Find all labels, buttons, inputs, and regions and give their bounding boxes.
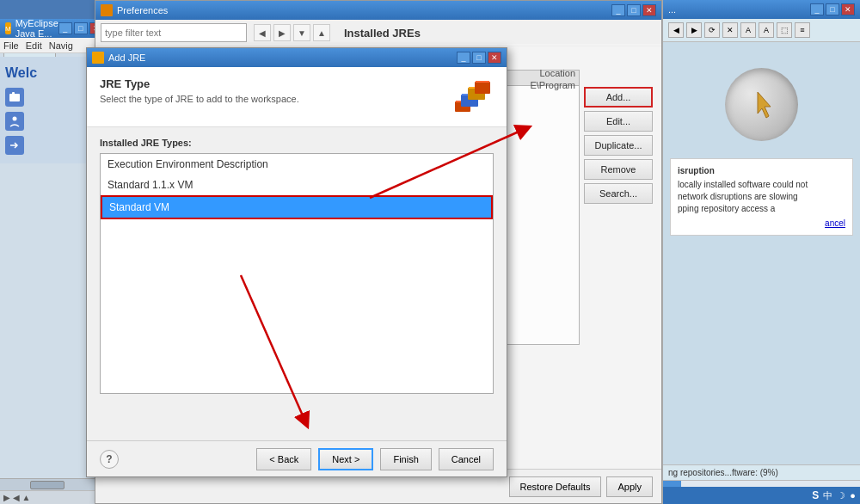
sidebar-close-btn[interactable]: ✕ xyxy=(841,3,855,15)
menu-file[interactable]: File xyxy=(3,40,19,51)
pref-maximize-btn[interactable]: □ xyxy=(627,4,641,16)
toolbar-btn-5[interactable]: A xyxy=(740,22,756,38)
preferences-title: Preferences xyxy=(117,5,168,15)
eclipse-app-icon: M xyxy=(5,22,11,34)
filter-input[interactable] xyxy=(101,23,247,42)
duplicate-button[interactable]: Duplicate... xyxy=(584,135,653,156)
jre-type-standard-vm[interactable]: Standard VM xyxy=(101,195,493,219)
svg-rect-1 xyxy=(12,92,15,95)
edit-button[interactable]: Edit... xyxy=(584,111,653,132)
tray-icon-moon: ☽ xyxy=(837,490,845,501)
pref-close-btn[interactable]: ✕ xyxy=(642,4,656,16)
scroll-thumb[interactable] xyxy=(30,481,64,489)
restore-defaults-btn[interactable]: Restore Defaults xyxy=(509,476,602,497)
toolbar-btn-3[interactable]: ⟳ xyxy=(704,22,720,38)
location-label: Location xyxy=(539,68,575,78)
jre-type-heading: JRE Type xyxy=(100,77,299,90)
tray-icon-zh: 中 xyxy=(823,489,832,502)
books-svg xyxy=(451,77,494,116)
toolbar-btn-2[interactable]: ▶ xyxy=(686,22,702,38)
nav-collapse-btn[interactable]: ▲ xyxy=(313,24,330,41)
sidebar-restore-btn[interactable]: □ xyxy=(826,3,839,15)
jre-type-standard-11x[interactable]: Standard 1.1.x VM xyxy=(101,175,493,195)
add-jre-dialog-icon xyxy=(92,52,104,64)
right-sidebar-panel: ... _ □ ✕ ◀ ▶ ⟳ ✕ A A ⬚ ≡ isruption loca… xyxy=(662,0,860,504)
welcome-heading: Welc xyxy=(5,65,89,81)
jre-type-list: Execution Environment Description Standa… xyxy=(100,153,494,394)
sidebar-icon-area xyxy=(663,68,860,141)
maximize-btn[interactable]: □ xyxy=(74,22,88,34)
add-jre-dialog: Add JRE _ □ ✕ JRE Type Select the type o… xyxy=(86,47,507,477)
sidebar-minimize-btn[interactable]: _ xyxy=(810,3,824,15)
disruption-text: locally installed software could not net… xyxy=(678,179,845,215)
eclipse-sidebar: M MyEclipse Java E... _ □ ✕ File Edit Na… xyxy=(0,19,95,504)
svg-point-2 xyxy=(13,117,17,121)
sidebar-icon-list xyxy=(5,88,89,155)
add-jre-bottom-bar: ? < Back Next > Finish Cancel xyxy=(87,440,507,476)
location-value: E\Program xyxy=(530,80,575,90)
tray-icon-dot: ● xyxy=(850,490,856,501)
disruption-title: isruption xyxy=(678,166,845,175)
sidebar-icon-1[interactable] xyxy=(5,88,24,107)
sidebar-toolbar: ◀ ▶ ⟳ ✕ A A ⬚ ≡ xyxy=(663,19,860,42)
progress-bar-track xyxy=(663,480,860,487)
dialog-minimize-btn[interactable]: _ xyxy=(457,52,470,64)
next-button[interactable]: Next > xyxy=(318,448,373,470)
sidebar-icon-2[interactable] xyxy=(5,112,24,131)
sidebar-circle-icon xyxy=(725,68,798,141)
toolbar-btn-6[interactable]: A xyxy=(759,22,774,38)
svg-rect-0 xyxy=(9,94,20,101)
finish-button[interactable]: Finish xyxy=(380,448,431,470)
cancel-link[interactable]: ancel xyxy=(825,218,845,228)
progress-text: ng repositories...ftware: (9%) xyxy=(663,464,860,480)
right-sidebar-titlebar: ... _ □ ✕ xyxy=(663,0,860,19)
add-jre-titlebar: Add JRE _ □ ✕ xyxy=(87,48,507,67)
progress-bar-fill xyxy=(663,481,681,487)
search-button[interactable]: Search... xyxy=(584,183,653,204)
cancel-button[interactable]: Cancel xyxy=(439,448,494,470)
progress-area: ng repositories...ftware: (9%) S 中 ☽ ● xyxy=(663,464,860,504)
pref-minimize-btn[interactable]: _ xyxy=(611,4,625,16)
taskbar: S 中 ☽ ● xyxy=(663,487,860,504)
installed-jre-types-label: Installed JRE Types: xyxy=(100,138,494,148)
eclipse-title: MyEclipse Java E... xyxy=(15,18,58,39)
add-button[interactable]: Add... xyxy=(584,87,653,108)
installed-jres-title: Installed JREs xyxy=(344,27,421,40)
jre-type-description: Select the type of JRE to add to the wor… xyxy=(100,94,299,104)
menu-navig[interactable]: Navig xyxy=(49,40,73,51)
nav-forward-btn[interactable]: ▶ xyxy=(273,24,291,41)
apply-btn[interactable]: Apply xyxy=(606,476,653,497)
toolbar-btn-4[interactable]: ✕ xyxy=(722,22,738,38)
remove-button[interactable]: Remove xyxy=(584,159,653,180)
add-jre-body: Installed JRE Types: Execution Environme… xyxy=(87,127,507,404)
add-jre-title: Add JRE xyxy=(108,52,145,63)
jres-action-buttons: Add... Edit... Duplicate... Remove Searc… xyxy=(584,87,653,204)
back-button[interactable]: < Back xyxy=(256,448,311,470)
horizontal-scrollbar[interactable] xyxy=(0,478,95,490)
nav-expand-btn[interactable]: ▼ xyxy=(293,24,310,41)
toolbar-btn-1[interactable]: ◀ xyxy=(668,22,684,38)
preferences-titlebar: Preferences _ □ ✕ xyxy=(95,1,661,20)
eclipse-titlebar: M MyEclipse Java E... _ □ ✕ xyxy=(0,19,95,38)
svg-rect-9 xyxy=(475,82,490,94)
toolbar-btn-7[interactable]: ⬚ xyxy=(777,22,792,38)
minimize-btn[interactable]: _ xyxy=(58,22,72,34)
cursor-svg xyxy=(745,88,779,122)
right-sidebar-title: ... xyxy=(668,4,676,15)
nav-back-btn[interactable]: ◀ xyxy=(254,24,271,41)
eclipse-status-bar: ▶ ◀ ▲ xyxy=(0,490,95,504)
disruption-box: isruption locally installed software cou… xyxy=(670,158,853,236)
help-button[interactable]: ? xyxy=(100,450,119,469)
dialog-close-btn[interactable]: ✕ xyxy=(488,52,501,64)
welcome-content: Welc xyxy=(0,57,95,163)
menu-edit[interactable]: Edit xyxy=(26,40,42,51)
status-text: ▶ ◀ ▲ xyxy=(3,493,30,502)
preferences-window-icon xyxy=(101,4,113,16)
jre-type-execution-env[interactable]: Execution Environment Description xyxy=(101,154,493,175)
add-jre-header: JRE Type Select the type of JRE to add t… xyxy=(87,67,507,127)
eclipse-menu-bar: File Edit Navig xyxy=(0,38,95,53)
dialog-maximize-btn[interactable]: □ xyxy=(472,52,486,64)
sidebar-icon-3[interactable] xyxy=(5,136,24,155)
person-icon xyxy=(9,115,21,127)
toolbar-btn-8[interactable]: ≡ xyxy=(795,22,810,38)
